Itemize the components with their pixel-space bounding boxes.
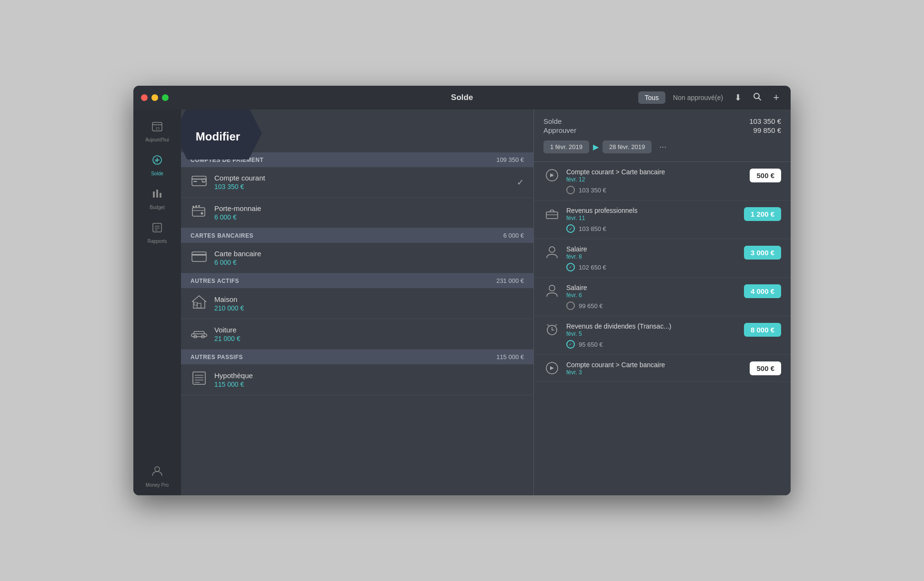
- carte-bancaire-name: Carte bancaire: [214, 250, 524, 258]
- transaction-3-name: Salaire: [566, 245, 738, 253]
- transaction-1[interactable]: Compte courant > Carte bancaire févr. 12…: [534, 162, 791, 200]
- transaction-1-name: Compte courant > Carte bancaire: [566, 168, 744, 176]
- search-button[interactable]: [749, 90, 765, 105]
- main-layout: 15 Aujourd'hui Solde: [133, 110, 791, 495]
- transaction-4-info: Salaire févr. 6: [566, 284, 738, 299]
- approuver-row: Approuver 99 850 €: [543, 126, 781, 134]
- transaction-3-info: Salaire févr. 8: [566, 245, 738, 260]
- sidebar-item-rapports[interactable]: Rapports: [133, 216, 181, 250]
- svg-point-27: [201, 212, 203, 214]
- svg-rect-31: [197, 303, 201, 308]
- svg-line-1: [759, 98, 761, 100]
- carte-bancaire-info: Carte bancaire 6 000 €: [214, 250, 524, 266]
- transaction-3-sub: ✓ 102 650 €: [543, 261, 781, 272]
- date-start-label: 1 févr. 2019: [550, 143, 583, 150]
- transaction-1-sub: 103 350 €: [543, 184, 781, 195]
- wallet-icon: [191, 205, 208, 220]
- svg-point-45: [549, 285, 555, 291]
- transaction-1-amount: 500 €: [750, 169, 781, 182]
- download-button[interactable]: ⬇: [731, 90, 745, 105]
- date-start-button[interactable]: 1 févr. 2019: [543, 140, 589, 153]
- sidebar-item-solde[interactable]: Solde: [133, 148, 181, 182]
- svg-point-44: [549, 247, 555, 252]
- transaction-5-info: Revenus de dividendes (Transac...) févr.…: [566, 322, 738, 337]
- svg-rect-9: [153, 191, 155, 198]
- transaction-5-balance: 95 650 €: [579, 341, 603, 348]
- creditcard-icon: [191, 251, 208, 265]
- maison-name: Maison: [214, 295, 524, 303]
- briefcase-icon: [543, 205, 561, 222]
- transaction-3-amount: 3 000 €: [744, 246, 781, 260]
- account-maison[interactable]: Maison 210 000 €: [181, 288, 533, 319]
- porte-monnaie-info: Porte-monnaie 6 000 €: [214, 204, 524, 221]
- minimize-button[interactable]: [151, 94, 158, 101]
- transaction-4-sub: 99 650 €: [543, 300, 781, 311]
- tous-button[interactable]: Tous: [638, 91, 666, 104]
- section-autres-actifs-amount: 231 000 €: [496, 277, 524, 284]
- transaction-2-amount: 1 200 €: [744, 207, 781, 221]
- svg-point-24: [195, 205, 197, 207]
- svg-text:15: 15: [155, 126, 160, 130]
- transaction-1-balance: 103 350 €: [579, 187, 606, 194]
- compte-courant-info: Compte courant 103 350 €: [214, 174, 510, 190]
- transaction-6[interactable]: Compte courant > Carte bancaire févr. 3 …: [534, 355, 791, 382]
- account-porte-monnaie[interactable]: Porte-monnaie 6 000 €: [181, 198, 533, 228]
- solde-value: 103 350 €: [749, 117, 781, 125]
- budget-icon: [151, 188, 163, 203]
- rapports-icon: [151, 221, 163, 237]
- transaction-4[interactable]: Salaire févr. 6 4 000 € 99 650 €: [534, 278, 791, 316]
- svg-line-8: [154, 160, 157, 163]
- transaction-4-balance: 99 650 €: [579, 302, 603, 310]
- non-approuve-button[interactable]: Non approuvé(e): [669, 91, 727, 104]
- account-hypotheque[interactable]: Hypothèque 115 000 €: [181, 364, 533, 395]
- transactions-list: Compte courant > Carte bancaire févr. 12…: [534, 162, 791, 495]
- account-carte-bancaire[interactable]: Carte bancaire 6 000 €: [181, 243, 533, 273]
- sidebar-item-budget[interactable]: Budget: [133, 182, 181, 216]
- sidebar-item-budget-label: Budget: [150, 205, 165, 210]
- fullscreen-button[interactable]: [162, 94, 169, 101]
- transaction-2-info: Revenus professionnels févr. 11: [566, 207, 738, 221]
- date-more-button[interactable]: ···: [655, 140, 670, 154]
- section-autres-actifs: AUTRES ACTIFS 231 000 €: [181, 273, 533, 288]
- section-autres-actifs-label: AUTRES ACTIFS: [191, 278, 239, 284]
- transaction-5-amount: 8 000 €: [744, 323, 781, 337]
- traffic-lights: [141, 94, 169, 101]
- unchecked-circle-1: [566, 186, 575, 194]
- sidebar-item-today[interactable]: 15 Aujourd'hui: [133, 114, 181, 148]
- checked-circle-5: ✓: [566, 340, 575, 349]
- transfer-icon-6: [543, 360, 561, 377]
- solde-label: Solde: [543, 117, 562, 125]
- titlebar-actions: Tous Non approuvé(e) ⬇ +: [638, 90, 783, 106]
- porte-monnaie-name: Porte-monnaie: [214, 204, 524, 212]
- right-header: Solde 103 350 € Approuver 99 850 € 1 fév…: [534, 110, 791, 161]
- sidebar: 15 Aujourd'hui Solde: [133, 110, 181, 495]
- compte-courant-balance: 103 350 €: [214, 183, 510, 190]
- checked-circle-2: ✓: [566, 224, 575, 233]
- titlebar: Solde Tous Non approuvé(e) ⬇ +: [133, 86, 791, 110]
- left-panel: Modifier COMPTES DE PAIEMENT 109 350 €: [181, 110, 533, 495]
- transfer-icon-1: [543, 167, 561, 184]
- house-icon: [191, 295, 208, 312]
- person-icon-4: [543, 282, 561, 300]
- transaction-6-amount: 500 €: [750, 361, 781, 375]
- modifier-label: Modifier: [196, 130, 240, 143]
- transaction-5-date: févr. 5: [566, 331, 738, 337]
- transaction-3[interactable]: Salaire févr. 8 3 000 € ✓ 102 650 €: [534, 239, 791, 278]
- account-compte-courant[interactable]: Compte courant 103 350 € ✓: [181, 167, 533, 198]
- alarm-icon: [543, 321, 561, 338]
- date-end-button[interactable]: 28 févr. 2019: [603, 140, 652, 153]
- voiture-name: Voiture: [214, 326, 524, 334]
- add-button[interactable]: +: [769, 90, 783, 106]
- transaction-5[interactable]: Revenus de dividendes (Transac...) févr.…: [534, 316, 791, 355]
- svg-rect-10: [156, 190, 158, 198]
- user-icon: [151, 464, 164, 481]
- person-icon-3: [543, 244, 561, 261]
- maison-balance: 210 000 €: [214, 304, 524, 312]
- section-autres-passifs-label: AUTRES PASSIFS: [191, 354, 243, 361]
- account-voiture[interactable]: Voiture 21 000 €: [181, 319, 533, 350]
- transaction-2[interactable]: Revenus professionnels févr. 11 1 200 € …: [534, 200, 791, 239]
- close-button[interactable]: [141, 94, 148, 101]
- svg-rect-22: [192, 208, 205, 216]
- maison-info: Maison 210 000 €: [214, 295, 524, 312]
- sidebar-item-moneypro[interactable]: Money Pro: [133, 459, 181, 495]
